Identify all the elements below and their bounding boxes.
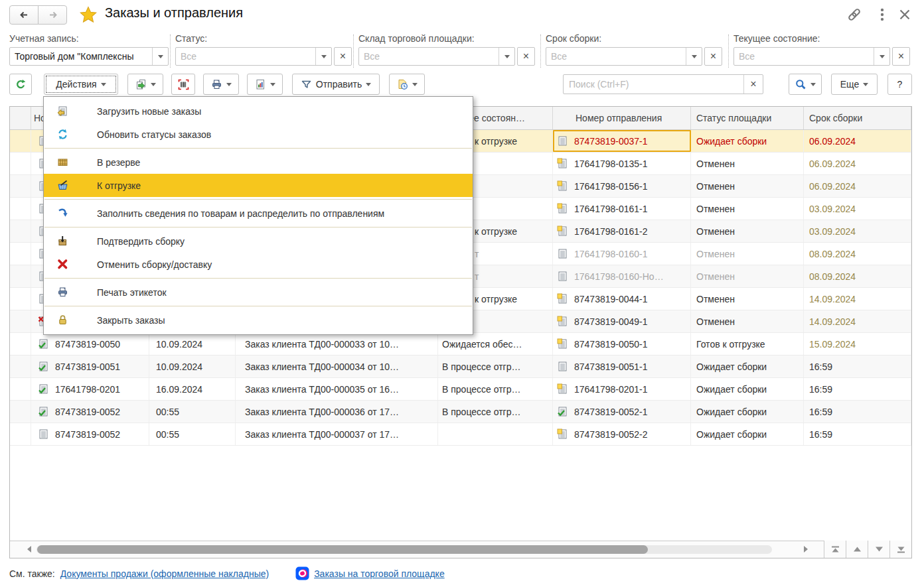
- cell-current-state[interactable]: В процессе отгр…: [438, 378, 553, 400]
- cell-shipment-number[interactable]: 17641798-0156-1: [553, 175, 691, 197]
- cell-selector[interactable]: [10, 243, 31, 265]
- cell-marketplace-status[interactable]: Ожидает сборки: [691, 401, 804, 423]
- filter-state-input[interactable]: Все: [733, 47, 890, 66]
- cell-marketplace-status[interactable]: Ожидает сборки: [691, 378, 804, 400]
- cell-selector[interactable]: [10, 265, 31, 287]
- filter-account-dropdown[interactable]: [152, 48, 168, 65]
- cell-selector[interactable]: [10, 153, 31, 174]
- table-row[interactable]: 17641798-020116.09.2024Заказ клиента ТД0…: [10, 378, 911, 401]
- marketplace-orders-link[interactable]: Заказы на торговой площадке: [314, 568, 445, 579]
- menu-item[interactable]: В резерве: [44, 151, 473, 174]
- cell-date[interactable]: 00:55: [149, 423, 236, 445]
- go-first-row-button[interactable]: [824, 541, 846, 558]
- header-assembly-term[interactable]: Срок сборки: [804, 107, 911, 129]
- cell-shipment-number[interactable]: 17641798-0135-1: [553, 153, 691, 174]
- cell-assembly-term[interactable]: 16:59: [804, 401, 911, 423]
- cell-marketplace-status[interactable]: Отменен: [691, 310, 804, 332]
- filter-status-dropdown[interactable]: [315, 48, 331, 65]
- report-button[interactable]: [247, 74, 283, 95]
- cell-marketplace-status[interactable]: Отменен: [691, 220, 804, 242]
- hscroll-right-arrow[interactable]: [804, 546, 808, 553]
- cell-date[interactable]: 00:55: [149, 401, 236, 423]
- cell-number[interactable]: 17641798-0201: [31, 378, 149, 400]
- cell-marketplace-status[interactable]: Отменен: [691, 243, 804, 265]
- load-orders-button[interactable]: [127, 74, 163, 95]
- cell-shipment-number[interactable]: 87473819-0052-1: [553, 401, 691, 423]
- cell-shipment-number[interactable]: 17641798-0161-1: [553, 198, 691, 220]
- header-shipment-number[interactable]: Номер отправления: [553, 107, 691, 129]
- sales-documents-link[interactable]: Документы продажи (оформленные накладные…: [60, 568, 269, 579]
- search-input[interactable]: [564, 79, 743, 90]
- filter-account-input[interactable]: Торговый дом "Комплексны: [9, 47, 169, 66]
- cell-number[interactable]: 87473819-0052: [31, 423, 149, 445]
- cell-shipment-number[interactable]: 87473819-0050-1: [553, 333, 691, 355]
- cell-date[interactable]: 16.09.2024: [149, 378, 236, 400]
- header-marketplace-status[interactable]: Статус площадки: [691, 107, 804, 129]
- cell-shipment-number[interactable]: 17641798-0160-Но…: [553, 265, 691, 287]
- cell-marketplace-status[interactable]: Отменен: [691, 175, 804, 197]
- menu-item[interactable]: Отменить сборку/доставку: [44, 253, 473, 276]
- cell-assembly-term[interactable]: 06.09.2024: [804, 175, 911, 197]
- cell-current-state[interactable]: [438, 423, 553, 445]
- cell-selector[interactable]: [10, 310, 31, 332]
- cell-marketplace-status[interactable]: Отменен: [691, 198, 804, 220]
- cell-date[interactable]: 10.09.2024: [149, 333, 236, 355]
- search-clear-button[interactable]: ×: [743, 75, 763, 94]
- filter-term-input[interactable]: Все: [546, 47, 702, 66]
- menu-item[interactable]: Печать этикеток: [44, 281, 473, 304]
- table-row[interactable]: 87473819-005110.09.2024Заказ клиента ТД0…: [10, 356, 911, 378]
- cell-marketplace-status[interactable]: Готов к отгрузке: [691, 333, 804, 355]
- more-button[interactable]: Еще: [831, 74, 878, 95]
- cell-assembly-term[interactable]: 14.09.2024: [804, 288, 911, 310]
- print-button[interactable]: [203, 74, 239, 95]
- cell-assembly-term[interactable]: 14.09.2024: [804, 310, 911, 332]
- cell-marketplace-status[interactable]: Отменен: [691, 153, 804, 174]
- filter-term-clear-button[interactable]: ×: [704, 47, 722, 66]
- hscroll-thumb[interactable]: [37, 545, 648, 554]
- cell-assembly-term[interactable]: 06.09.2024: [804, 130, 911, 152]
- cell-shipment-number[interactable]: 17641798-0201-1: [553, 378, 691, 400]
- filter-status-input[interactable]: Все: [175, 47, 332, 66]
- cell-selector[interactable]: [10, 175, 31, 197]
- cell-shipment-number[interactable]: 87473819-0052-2: [553, 423, 691, 445]
- cell-selector[interactable]: [10, 220, 31, 242]
- cell-assembly-term[interactable]: 08.09.2024: [804, 265, 911, 287]
- menu-item[interactable]: Загрузить новые заказы: [44, 99, 473, 123]
- refresh-button[interactable]: [9, 74, 32, 95]
- table-row[interactable]: 87473819-005010.09.2024Заказ клиента ТД0…: [10, 333, 911, 356]
- send-button[interactable]: Отправить: [292, 74, 380, 95]
- go-prev-row-button[interactable]: [846, 541, 868, 558]
- cell-shipment-number[interactable]: 17641798-0161-2: [553, 220, 691, 242]
- cell-base-document[interactable]: Заказ клиента ТД00-000033 от 10…: [236, 333, 438, 355]
- cell-assembly-term[interactable]: 16:59: [804, 423, 911, 445]
- menu-item[interactable]: Закрыть заказы: [44, 308, 473, 332]
- cell-shipment-number[interactable]: 87473819-0037-1: [553, 130, 691, 152]
- cell-number[interactable]: 87473819-0050: [31, 333, 149, 355]
- cell-shipment-number[interactable]: 87473819-0044-1: [553, 288, 691, 310]
- cell-selector[interactable]: [10, 401, 31, 423]
- cell-assembly-term[interactable]: 03.09.2024: [804, 198, 911, 220]
- filter-state-dropdown[interactable]: [874, 48, 889, 65]
- schedule-doc-button[interactable]: [389, 74, 425, 95]
- cell-selector[interactable]: [10, 333, 31, 355]
- go-next-row-button[interactable]: [868, 541, 889, 558]
- cell-selector[interactable]: [10, 356, 31, 377]
- menu-item[interactable]: Заполнить сведения по товарам и распреде…: [44, 202, 473, 225]
- cell-base-document[interactable]: Заказ клиента ТД00-000037 от 17…: [236, 423, 438, 445]
- menu-item[interactable]: Подтвердить сборку: [44, 229, 473, 253]
- cell-base-document[interactable]: Заказ клиента ТД00-000036 от 17…: [236, 401, 438, 423]
- cell-number[interactable]: 87473819-0051: [31, 356, 149, 377]
- cell-selector[interactable]: [10, 423, 31, 445]
- filter-term-dropdown[interactable]: [686, 48, 702, 65]
- hscroll-track[interactable]: [37, 545, 772, 554]
- menu-item[interactable]: К отгрузке: [44, 174, 473, 197]
- cell-selector[interactable]: [10, 130, 31, 152]
- table-row[interactable]: 87473819-005200:55Заказ клиента ТД00-000…: [10, 423, 911, 446]
- cell-shipment-number[interactable]: 87473819-0051-1: [553, 356, 691, 377]
- cell-marketplace-status[interactable]: Отменен: [691, 288, 804, 310]
- close-icon[interactable]: [897, 7, 912, 22]
- help-button[interactable]: ?: [887, 74, 912, 95]
- cell-current-state[interactable]: Ожидается обес…: [438, 333, 553, 355]
- favorite-star-icon[interactable]: [80, 6, 97, 23]
- filter-status-clear-button[interactable]: ×: [334, 47, 352, 66]
